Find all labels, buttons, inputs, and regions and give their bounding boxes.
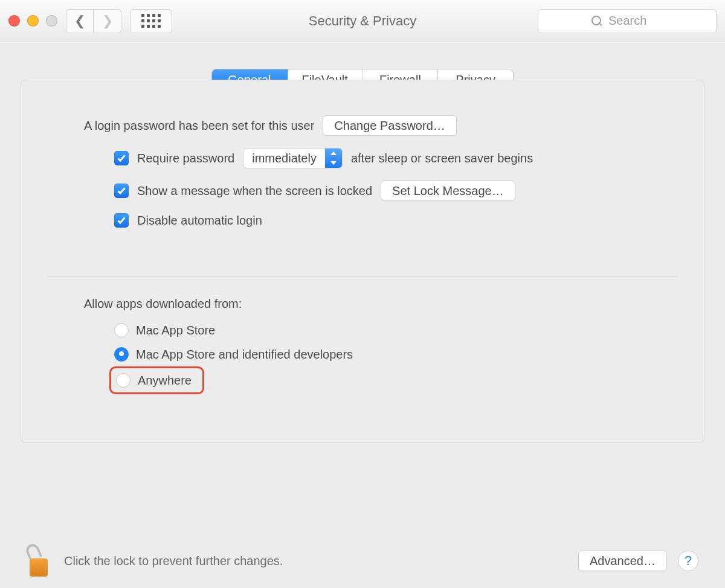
search-field[interactable] — [538, 9, 717, 33]
change-password-button[interactable]: Change Password… — [323, 115, 456, 136]
show-all-prefs-button[interactable] — [130, 9, 172, 33]
search-icon — [591, 16, 602, 27]
login-password-row: A login password has been set for this u… — [84, 115, 641, 136]
zoom-window-button[interactable] — [46, 15, 57, 27]
chevron-right-icon: ❯ — [102, 13, 113, 29]
grid-icon — [141, 14, 161, 28]
radio-label: Anywhere — [138, 374, 192, 388]
help-button[interactable]: ? — [678, 551, 698, 571]
set-lock-message-button[interactable]: Set Lock Message… — [381, 181, 515, 201]
radio-button[interactable] — [114, 347, 129, 362]
require-password-label-before: Require password — [137, 152, 234, 165]
radio-button[interactable] — [114, 323, 129, 337]
radio-button[interactable] — [116, 373, 130, 388]
radio-mac-app-store[interactable]: Mac App Store — [114, 318, 641, 342]
check-icon — [117, 153, 126, 163]
require-password-delay-select[interactable]: immediately — [243, 148, 343, 168]
radio-label: Mac App Store and identified developers — [136, 348, 353, 362]
updown-icon — [325, 149, 342, 168]
show-lock-message-label: Show a message when the screen is locked — [137, 184, 372, 198]
show-lock-message-row: Show a message when the screen is locked… — [114, 181, 641, 201]
section-divider — [48, 276, 677, 276]
chevron-left-icon: ❮ — [74, 13, 85, 29]
login-password-text: A login password has been set for this u… — [84, 119, 314, 133]
check-icon — [117, 216, 126, 225]
disable-autologin-row: Disable automatic login — [114, 213, 641, 228]
footer: Click the lock to prevent further change… — [0, 534, 725, 588]
check-icon — [117, 186, 126, 196]
require-password-row: Require password immediately after sleep… — [114, 148, 641, 168]
nav-buttons: ❮ ❯ — [66, 9, 121, 33]
advanced-button[interactable]: Advanced… — [578, 551, 667, 571]
svg-marker-0 — [330, 152, 337, 155]
radio-label: Mac App Store — [136, 324, 215, 337]
back-button[interactable]: ❮ — [66, 9, 94, 33]
window-controls — [8, 15, 57, 27]
lock-icon[interactable] — [27, 545, 51, 577]
titlebar: ❮ ❯ Security & Privacy — [0, 0, 725, 42]
svg-marker-1 — [330, 161, 337, 165]
disable-autologin-label: Disable automatic login — [137, 214, 262, 228]
radio-anywhere-highlight: Anywhere — [109, 366, 204, 394]
lock-hint-text: Click the lock to prevent further change… — [64, 554, 283, 568]
forward-button[interactable]: ❯ — [94, 9, 121, 33]
select-value: immediately — [243, 149, 325, 168]
minimize-window-button[interactable] — [27, 15, 39, 27]
allow-apps-heading: Allow apps downloaded from: — [84, 297, 242, 311]
allow-apps-heading-row: Allow apps downloaded from: — [84, 297, 641, 311]
show-lock-message-checkbox[interactable] — [114, 184, 129, 198]
radio-mac-app-store-identified[interactable]: Mac App Store and identified developers — [114, 342, 641, 366]
close-window-button[interactable] — [8, 15, 20, 27]
general-panel: A login password has been set for this u… — [21, 80, 704, 443]
disable-autologin-checkbox[interactable] — [114, 213, 129, 228]
search-input[interactable] — [608, 14, 663, 28]
require-password-checkbox[interactable] — [114, 151, 129, 165]
require-password-label-after: after sleep or screen saver begins — [351, 152, 533, 165]
